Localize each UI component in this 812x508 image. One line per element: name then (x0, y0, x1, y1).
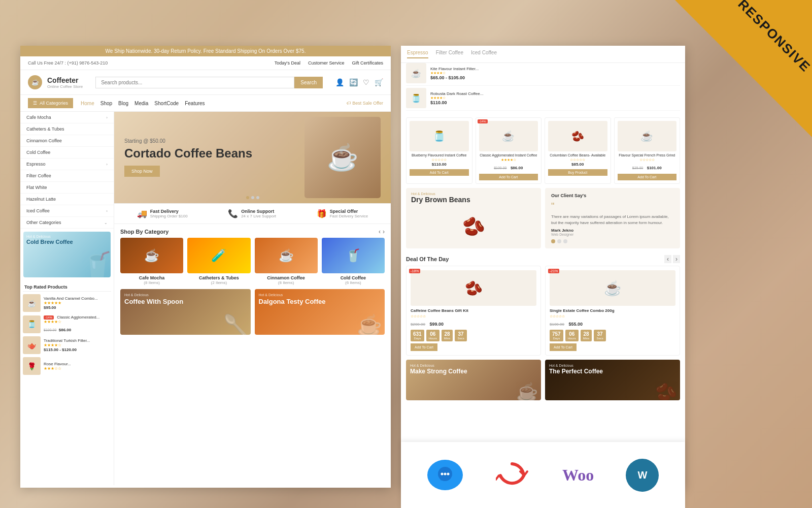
product-price-3: $115.00 - $120.00 (44, 347, 111, 352)
top-rated-item-2[interactable]: 🫙 -14% Classic Agglomerated... ★★★★☆ $10… (23, 315, 111, 333)
feature-special-offer: 🎁 Special Offer Fast Delivery Service (317, 209, 368, 218)
deal-product-1[interactable]: -18% 🫘 Caffeine Coffee Beans Gift Kit ☆☆… (406, 266, 541, 356)
rp-product-2-btn[interactable]: Add To Cart (479, 174, 538, 180)
rp-product-1-btn[interactable]: Add To Cart (410, 169, 469, 176)
todays-deal-link[interactable]: Today's Deal (275, 60, 300, 66)
top-rated-item-4[interactable]: 🌹 Rose Flavour... ★★★☆☆ (23, 357, 111, 375)
hero-dot-2[interactable] (251, 196, 254, 199)
top-rated-item-3[interactable]: 🫖 Traditional Turkish Filter... ★★★★☆ $1… (23, 336, 111, 354)
product-image-3: 🫖 (23, 336, 41, 354)
rp-product-2-image: ☕ (479, 121, 538, 151)
rp-product-1[interactable]: 🫙 Blueberry Flavoured Instant Coffee ☆☆☆… (406, 117, 472, 184)
category-catheters[interactable]: 🧪 Catheters & Tubes (2 Items) (187, 238, 250, 285)
testimonial: Our Client Say's " There are many variat… (545, 188, 680, 248)
tab-iced-coffee[interactable]: Iced Coffee (471, 50, 497, 58)
deal-prev-btn[interactable]: ‹ (664, 255, 671, 263)
hero-coffee-cup: ☕ (327, 143, 358, 172)
dalgona-section[interactable]: Hot & Delicious Dalgona Testy Coffee ☕ (255, 289, 385, 335)
testimonial-dot-1[interactable] (551, 239, 555, 243)
deal-product-2-btn[interactable]: Add To Cart (550, 343, 577, 351)
hero-coffee-image: ☕ (304, 117, 381, 198)
rp-product-2[interactable]: -14% ☕ Classic Agglomerated Instant Coff… (476, 117, 542, 184)
all-categories-button[interactable]: ☰ All Categories (28, 98, 73, 108)
nav-blog[interactable]: Blog (118, 101, 128, 106)
deal-product-1-countdown: 631 Days 06 Hours 28 Mins 37 Secs (411, 330, 536, 341)
prev-product-1-price: $65.00 - $105.00 (430, 75, 680, 80)
tab-espresso[interactable]: Espresso (407, 50, 428, 58)
deal-product-1-btn[interactable]: Add To Cart (411, 343, 437, 351)
deal-next-btn[interactable]: › (673, 255, 680, 263)
make-strong-coffee-section[interactable]: Hot & Delicious Make Strong Coffee ☕ (406, 360, 541, 400)
gift-certificates-link[interactable]: Gift Certificates (352, 60, 383, 66)
cold-brew-title: Cold Brew Coffee (23, 239, 111, 245)
user-icon[interactable]: 👤 (335, 78, 344, 86)
deal-product-2-name: Single Estate Coffee Combo 200g (550, 308, 675, 313)
category-cold-coffee[interactable]: 🥤 Cold Coffee (6 Items) (322, 238, 385, 285)
cold-brew-icon: 🥤 (82, 250, 111, 277)
best-sale-link[interactable]: 🏷 Best Sale Offer (347, 101, 383, 106)
sidebar-item-iced-coffee[interactable]: Iced Coffee › (20, 205, 114, 217)
header-icons: 👤 🔄 ♡ 🛒 (335, 78, 383, 86)
prev-product-2[interactable]: 🫙 Robusta Dark Roast Coffee... ★★★★☆ $11… (406, 88, 680, 111)
sidebar-item-cafe-mocha[interactable]: Cafe Mocha › (20, 112, 114, 123)
quote-icon: " (551, 201, 674, 212)
nav-shortcode[interactable]: ShortCode (154, 101, 179, 106)
sidebar-item-other[interactable]: Other Categories ⌄ (20, 217, 114, 229)
sidebar-item-cold-coffee[interactable]: Cold Coffee (20, 147, 114, 158)
header-top: Call Us Free 24/7 : (+91) 9876-543-210 T… (20, 56, 391, 70)
refresh-icon[interactable]: 🔄 (349, 78, 358, 86)
deal-product-1-price: $99.00 (429, 322, 444, 327)
sidebar-item-catheters[interactable]: Catheters & Tubes (20, 123, 114, 135)
deal-product-2-discount: -21% (548, 269, 559, 273)
search-button[interactable]: Search (294, 77, 323, 88)
category-next-btn[interactable]: › (383, 228, 385, 235)
announcement-bar: We Ship Nationwide. 30-day Return Policy… (20, 46, 391, 56)
tab-filter-coffee[interactable]: Filter Coffee (436, 50, 463, 58)
customer-service-link[interactable]: Customer Service (308, 60, 345, 66)
testimonial-dot-2[interactable] (557, 239, 561, 243)
sidebar-item-cinnamon[interactable]: Cinnamon Coffee (20, 135, 114, 147)
rp-product-3[interactable]: 🫘 Columbian Coffee Beans- Available ☆☆☆☆… (545, 117, 611, 184)
nav-features[interactable]: Features (185, 101, 205, 106)
rp-product-4-btn[interactable]: Add To Cart (618, 174, 677, 180)
wp-icon: W (626, 459, 659, 492)
search-input[interactable] (95, 77, 294, 88)
feature-delivery-sub: Shipping Order $100 (150, 214, 188, 218)
top-rated-item-1[interactable]: ☕ Vanilla And Caramel Combo... ★★★★★ $95… (23, 294, 111, 312)
top-rated-title: Top Rated Products (23, 283, 111, 292)
cold-brew-block[interactable]: Hot & Delicious Cold Brew Coffee 🥤 (23, 232, 111, 277)
feature-support-text: Online Support 24 x 7 Live Support (241, 209, 276, 218)
category-cafe-mocha[interactable]: ☕ Cafe Mocha (8 Items) (120, 238, 183, 285)
prev-product-1-image: ☕ (406, 63, 426, 83)
nav-shop[interactable]: Shop (100, 101, 112, 106)
nav-media[interactable]: Media (134, 101, 148, 106)
category-prev-btn[interactable]: ‹ (379, 228, 381, 235)
shop-now-button[interactable]: Shop Now (124, 166, 160, 177)
product-price-2: $100.00 $86.00 (44, 324, 111, 333)
chevron-right-icon: › (106, 115, 108, 120)
testimonial-quote: There are many variations of passages of… (551, 214, 674, 226)
nav-home[interactable]: Home (81, 101, 94, 106)
hero-dot-3[interactable] (256, 196, 259, 199)
category-cinnamon[interactable]: ☕ Cinnamon Coffee (8 Items) (255, 238, 318, 285)
sidebar-item-flat-white[interactable]: Flat White (20, 182, 114, 194)
perfect-coffee-section[interactable]: Hot & Delicious The Perfect Coffee 🫘 (545, 360, 680, 400)
hero-dot-1[interactable] (246, 196, 249, 199)
wishlist-icon[interactable]: ♡ (363, 78, 369, 86)
testimonial-dot-3[interactable] (563, 239, 567, 243)
sidebar-item-espresso[interactable]: Espresso › (20, 158, 114, 170)
brand-logos-bar: Woo W (401, 442, 685, 508)
sidebar-item-filter-coffee[interactable]: Filter Coffee (20, 170, 114, 182)
logo-icon[interactable]: ☕ (28, 75, 42, 89)
product-price-1: $95.00 (44, 305, 111, 310)
dry-beans-block[interactable]: Hot & Delicious Dry Brown Beans 🫘 (406, 188, 541, 248)
rp-product-3-btn[interactable]: Buy Product (548, 169, 607, 176)
woo-logo: Woo (562, 466, 594, 485)
perfect-coffee-title: The Perfect Coffee (545, 368, 680, 375)
sidebar-item-hazelnut[interactable]: Hazelnut Latte (20, 194, 114, 205)
cart-icon[interactable]: 🛒 (375, 78, 383, 86)
prev-product-1[interactable]: ☕ Kite Flavour Instant Filter... ★★★★☆ $… (406, 63, 680, 86)
countdown-days-1: 631 Days (411, 330, 424, 341)
coffee-with-spoon-section[interactable]: Hot & Delicious Coffee With Spoon 🥄 (120, 289, 251, 335)
deal-product-2[interactable]: -21% ☕ Single Estate Coffee Combo 200g ☆… (545, 266, 680, 356)
